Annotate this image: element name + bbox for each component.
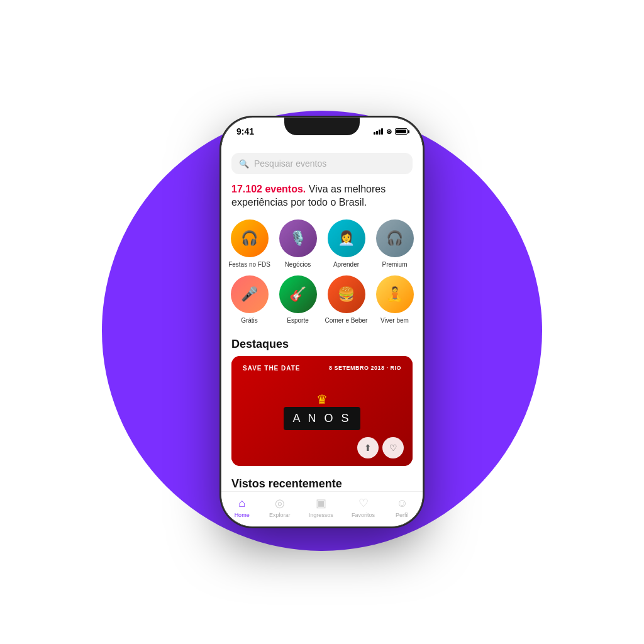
tab-favoritos[interactable]: ♡ Favoritos [347,494,380,521]
category-gratis[interactable]: 🎤 Grátis [226,273,272,326]
phone-notch [284,118,360,135]
tab-explorar[interactable]: ◎ Explorar [264,494,296,521]
category-circle-negocios: 🎙️ [279,219,317,257]
category-festas[interactable]: 🎧 Festas no FDS [226,217,272,270]
category-label-viver: Viver bem [380,317,409,324]
destaque-background: SAVE THE DATE 8 SETEMBRO 2018 · RIO ♛ A … [231,356,413,466]
category-circle-comer: 🍔 [328,275,365,313]
phone-mockup: 9:41 ⊛ 🔍 [221,118,423,526]
status-icons: ⊛ [374,128,408,136]
category-label-esporte: Esporte [287,317,308,324]
destaque-save-the-date: SAVE THE DATE [243,365,301,372]
category-circle-gratis: 🎤 [231,275,269,313]
favorite-button[interactable]: ♡ [382,437,404,458]
phone-screen: 9:41 ⊛ 🔍 [221,118,423,526]
share-button[interactable]: ⬆ [357,437,379,458]
tab-home-label: Home [235,512,250,518]
category-label-negocios: Negócios [285,261,311,268]
search-placeholder: Pesquisar eventos [254,158,326,169]
destaque-date: 8 SETEMBRO 2018 · RIO [329,365,401,371]
crown-icon: ♛ [316,392,328,407]
tab-bar: ⌂ Home ◎ Explorar ▣ Ingressos ♡ Favorito… [221,491,423,526]
hero-highlight: 17.102 eventos. [231,184,306,194]
category-circle-esporte: 🎸 [279,275,317,313]
anos-text: A N O S [292,412,351,425]
home-icon: ⌂ [238,497,245,510]
destaques-header: Destaques [221,331,423,356]
destaque-logo: ♛ A N O S [284,392,360,430]
destaque-card[interactable]: SAVE THE DATE 8 SETEMBRO 2018 · RIO ♛ A … [231,356,413,466]
favoritos-icon: ♡ [358,496,369,510]
share-icon: ⬆ [364,443,372,453]
destaque-actions: ⬆ ♡ [357,437,404,458]
tab-ingressos[interactable]: ▣ Ingressos [304,494,338,521]
category-comer[interactable]: 🍔 Comer e Beber [323,273,369,326]
category-circle-viver: 🧘 [376,275,414,313]
category-negocios[interactable]: 🎙️ Negócios [275,217,321,270]
status-time: 9:41 [236,126,254,136]
recent-header: Vistos recentemente [221,474,423,491]
phone-frame: 9:41 ⊛ 🔍 [221,118,423,526]
category-label-gratis: Grátis [241,317,258,324]
battery-icon [395,128,408,135]
tab-ingressos-label: Ingressos [309,512,333,518]
perfil-icon: ☺ [396,497,408,510]
search-bar[interactable]: 🔍 Pesquisar eventos [231,153,413,174]
explorar-icon: ◎ [275,496,285,510]
screen-content: 🔍 Pesquisar eventos 17.102 eventos. Viva… [221,145,423,491]
category-label-festas: Festas no FDS [228,261,270,268]
tab-favoritos-label: Favoritos [352,512,375,518]
favorite-icon: ♡ [389,443,397,453]
tab-home[interactable]: ⌂ Home [228,494,256,521]
category-label-premium: Premium [382,261,407,268]
category-circle-premium: 🎧 [376,219,414,257]
tab-perfil[interactable]: ☺ Perfil [388,494,416,521]
category-label-comer: Comer e Beber [325,317,368,324]
tab-perfil-label: Perfil [396,512,409,518]
category-circle-festas: 🎧 [231,219,269,257]
category-aprender[interactable]: 👩‍💼 Aprender [323,217,369,270]
category-circle-aprender: 👩‍💼 [328,219,365,257]
tab-explorar-label: Explorar [269,512,291,518]
signal-icon [374,128,383,135]
hero-text: 17.102 eventos. Viva as melhores experiê… [221,180,423,217]
category-label-aprender: Aprender [333,261,359,268]
category-esporte[interactable]: 🎸 Esporte [275,273,321,326]
category-viver[interactable]: 🧘 Viver bem [372,273,418,326]
category-premium[interactable]: 🎧 Premium [372,217,418,270]
categories-grid: 🎧 Festas no FDS 🎙️ Negócios 👩‍💼 [221,217,423,326]
wifi-icon: ⊛ [386,128,392,136]
anos-box: A N O S [284,407,360,430]
ingressos-icon: ▣ [316,496,326,510]
search-icon: 🔍 [239,159,249,169]
